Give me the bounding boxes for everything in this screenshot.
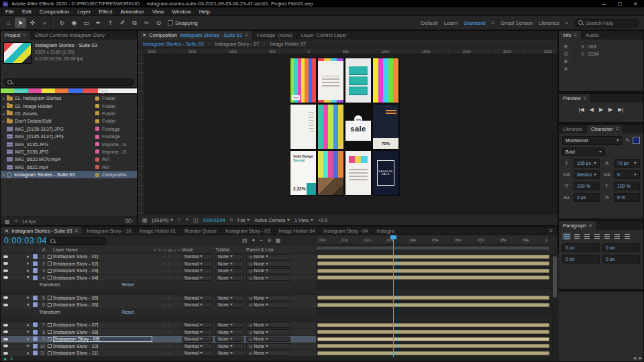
- layer-name[interactable]: [Instagram Story - 04]: [53, 276, 152, 280]
- layer-track[interactable]: [316, 253, 559, 261]
- first-frame-button[interactable]: |◀: [579, 107, 584, 113]
- work-area-bar[interactable]: [316, 246, 549, 250]
- play-button[interactable]: ▶: [599, 107, 603, 113]
- parent-select[interactable]: ◎None: [246, 322, 290, 328]
- layer-track[interactable]: [316, 267, 559, 275]
- project-bit-depth[interactable]: 16 bpc: [22, 219, 36, 224]
- layer-name[interactable]: [Instagram Story - 05]: [53, 296, 152, 300]
- expand-arrow-icon[interactable]: [25, 262, 32, 265]
- column-mode[interactable]: Mode: [182, 247, 215, 252]
- layer-duration-bar[interactable]: [317, 276, 549, 280]
- graph-editor-icon[interactable]: ▦: [276, 237, 281, 243]
- timeline-tab[interactable]: Instagra: [372, 227, 398, 235]
- expand-arrow-icon[interactable]: [25, 330, 32, 333]
- layer-switches[interactable]: ▫ ⁄: [152, 296, 182, 300]
- project-row[interactable]: IMG_3135.JPG Importe...G: [1, 140, 137, 147]
- space-before-field[interactable]: 0 px: [562, 255, 600, 263]
- pen-tool-icon[interactable]: ✒: [93, 17, 104, 28]
- label-chip[interactable]: [95, 97, 99, 101]
- parent-select[interactable]: ◎None: [246, 302, 290, 308]
- layer-switches[interactable]: ▫ ⁄: [152, 276, 182, 280]
- menu-help[interactable]: Help: [195, 9, 214, 15]
- project-row[interactable]: IMG_6620.MOV.mp4 AVI: [1, 156, 137, 163]
- layer-duration-bar[interactable]: [317, 323, 549, 327]
- maximize-button[interactable]: ▢: [618, 1, 623, 7]
- layer-name[interactable]: [Instagram Story - 07]: [53, 322, 152, 327]
- layer-track[interactable]: [316, 322, 559, 329]
- label-chip[interactable]: [95, 119, 99, 123]
- label-chip[interactable]: [95, 104, 99, 108]
- parent-select[interactable]: ◎None: [246, 295, 290, 301]
- expand-arrow-icon[interactable]: [25, 352, 32, 355]
- layer-name[interactable]: [Instagram Story - 03]: [53, 268, 152, 273]
- panel-menu-icon[interactable]: ≡: [574, 32, 578, 38]
- layer-name[interactable]: [Instagram Story - 06]: [53, 302, 152, 307]
- layer-switches[interactable]: ▫ ⁄: [152, 344, 182, 348]
- layer-switches[interactable]: ▫ ⁄: [152, 255, 182, 259]
- font-style-select[interactable]: Bold: [562, 147, 605, 156]
- layer-switches[interactable]: ▫ ⁄: [152, 323, 182, 327]
- magnification-select[interactable]: (19.8%): [152, 218, 174, 223]
- visibility-toggle[interactable]: [1, 262, 10, 265]
- blend-mode-select[interactable]: Normal: [182, 329, 213, 335]
- visibility-toggle[interactable]: [1, 255, 10, 258]
- parent-select[interactable]: ◎None: [246, 275, 290, 281]
- zoom-tool-icon[interactable]: ⌕: [39, 17, 50, 28]
- timeline-layer-row[interactable]: 7 [Instagram Story - 07] ▫ ⁄ Normal None…: [1, 322, 559, 329]
- trkmat-select[interactable]: None: [215, 322, 244, 328]
- close-tab-icon[interactable]: ✕: [142, 32, 146, 38]
- layer-switches[interactable]: ▫ ⁄: [152, 261, 182, 265]
- menu-composition[interactable]: Composition: [36, 9, 73, 15]
- close-tab-icon[interactable]: ✕: [5, 228, 9, 234]
- tab-preview[interactable]: Preview ≡: [559, 94, 591, 103]
- visibility-toggle[interactable]: [1, 324, 10, 326]
- workspace-libraries[interactable]: Libraries: [539, 20, 559, 26]
- guides-icon[interactable]: ⌗: [178, 217, 181, 223]
- composition-canvas[interactable]: Start 75% sale 70%: [138, 54, 557, 214]
- timeline-tab[interactable]: Render Queue: [180, 227, 221, 235]
- label-chip[interactable]: [95, 142, 99, 146]
- roto-brush-tool-icon[interactable]: ✂: [141, 17, 152, 28]
- timeline-layer-row[interactable]: 2 [Instagram Story - 02] ▫ ⁄ Normal None…: [1, 261, 559, 268]
- font-family-select[interactable]: Montserrat: [562, 136, 623, 145]
- tab-audio[interactable]: Audio: [582, 31, 603, 40]
- blend-mode-select[interactable]: Normal: [182, 295, 213, 301]
- layer-track[interactable]: [316, 275, 559, 282]
- panel-menu-icon[interactable]: ≡: [23, 32, 26, 38]
- justify-last-left-button[interactable]: [592, 233, 601, 240]
- column-parent[interactable]: Parent & Link: [246, 247, 274, 252]
- tab-effect-controls[interactable]: Effect Controls Instagram Story: [31, 31, 109, 40]
- workspace-small-screen[interactable]: Small Screen: [500, 20, 533, 26]
- clone-stamp-tool-icon[interactable]: ⧉: [129, 17, 140, 28]
- expand-layer-switches-icon[interactable]: ❖: [3, 357, 7, 361]
- workspace-overflow-icon[interactable]: »: [566, 20, 568, 26]
- vertical-scale-field[interactable]: 100 %: [574, 182, 600, 190]
- timeline-vertical-scrollbar[interactable]: [551, 253, 557, 357]
- label-chip[interactable]: [95, 173, 99, 177]
- tab-layer-viewer[interactable]: Layer Control Layer: [297, 31, 352, 40]
- layer-name[interactable]: [Instagram Story - 10]: [53, 344, 152, 349]
- trkmat-select[interactable]: None: [215, 329, 244, 335]
- layer-label-chip[interactable]: [32, 344, 38, 349]
- project-columns-header[interactable]: Name Type: [1, 87, 137, 95]
- trkmat-select[interactable]: None: [215, 254, 244, 260]
- help-search[interactable]: [574, 19, 639, 27]
- breadcrumb-root[interactable]: Instagram Stories - Suite 03: [138, 41, 208, 47]
- snapping-checkbox[interactable]: [168, 20, 173, 25]
- label-chip[interactable]: [95, 135, 99, 139]
- timeline-tab[interactable]: Instagram Story - 04: [319, 227, 372, 235]
- trkmat-select[interactable]: None: [215, 261, 244, 267]
- project-row-selected[interactable]: ▸ Instagram Stories - Suite 03 Compositi…: [1, 171, 137, 178]
- timeline-layer-row[interactable]: 3 [Instagram Story - 03] ▫ ⁄ Normal None…: [1, 267, 559, 275]
- layer-switches[interactable]: ▫ ⁄: [152, 337, 182, 341]
- expand-arrow-icon[interactable]: [25, 269, 32, 272]
- layer-label-chip[interactable]: [32, 254, 38, 259]
- tab-project[interactable]: Project ≡: [1, 31, 31, 40]
- snapshot-camera-icon[interactable]: ⌑: [230, 217, 233, 223]
- align-right-button[interactable]: [582, 233, 591, 240]
- rotation-tool-icon[interactable]: ↻: [56, 17, 68, 28]
- tracking-field[interactable]: 0: [614, 170, 640, 179]
- menu-effect[interactable]: Effect: [95, 9, 116, 15]
- layer-label-chip[interactable]: [32, 261, 38, 266]
- justify-last-right-button[interactable]: [612, 233, 621, 240]
